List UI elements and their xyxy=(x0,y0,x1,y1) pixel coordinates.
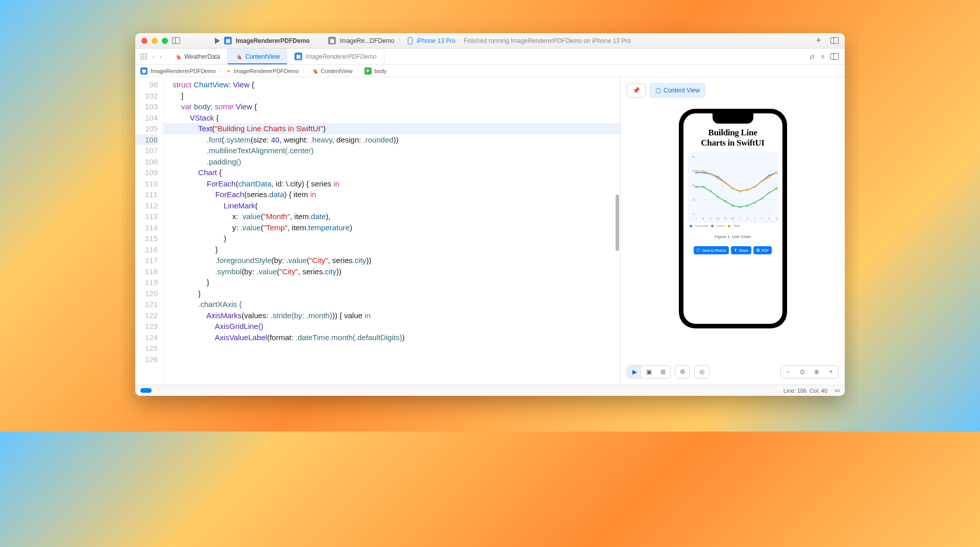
svg-point-52 xyxy=(739,191,741,192)
variants-icon[interactable]: ⊞ xyxy=(656,366,670,378)
pdf-button[interactable]: ▤ PDF xyxy=(753,246,772,254)
svg-text:10: 10 xyxy=(692,199,695,201)
svg-text:30: 30 xyxy=(692,170,695,173)
preview-mode-group[interactable]: ▶ ▣ ⊞ xyxy=(627,365,671,378)
build-status: Finished running ImageRendererPDFDemo on… xyxy=(463,37,631,44)
zoom-group[interactable]: − ⊙ ⊕ + xyxy=(780,365,839,378)
app-icon: ▣ xyxy=(224,37,232,44)
chart-title: Building LineCharts in SwiftUI xyxy=(688,128,778,148)
scrollbar-thumb[interactable] xyxy=(616,195,619,251)
chart-legend: Hong KongLondonTaipei xyxy=(688,223,778,228)
tab-weatherdata[interactable]: WeatherData xyxy=(167,49,228,64)
svg-point-37 xyxy=(717,196,719,198)
svg-point-41 xyxy=(746,205,748,206)
zoom-fit-icon[interactable]: ⊙ xyxy=(795,366,810,378)
run-button[interactable] xyxy=(215,38,220,44)
svg-point-50 xyxy=(724,182,726,183)
cursor-line: Line: 106 xyxy=(783,388,806,394)
app-name: ImageRendererPDFDemo xyxy=(236,37,310,44)
line-chart: 010203040789101112123456 xyxy=(688,152,778,223)
code-editor[interactable]: 9810210310410510610710810911011111211311… xyxy=(135,77,620,385)
live-icon[interactable]: ▶ xyxy=(627,366,642,378)
add-button[interactable]: + xyxy=(816,35,821,46)
close-button[interactable] xyxy=(141,38,148,44)
zoom-in-icon[interactable]: + xyxy=(824,366,838,378)
selectable-icon[interactable]: ▣ xyxy=(642,366,656,378)
file-tabs: ‹ › WeatherData ContentView ▣ ImageRende… xyxy=(135,49,845,65)
svg-text:8: 8 xyxy=(702,218,704,220)
svg-point-35 xyxy=(702,186,704,188)
split-editor-icon[interactable] xyxy=(830,53,839,60)
device-settings-button[interactable]: ⚙ xyxy=(675,365,690,378)
tab-project[interactable]: ▣ ImageRendererPDFDemo xyxy=(287,49,384,64)
svg-text:2: 2 xyxy=(746,218,748,220)
svg-point-55 xyxy=(761,180,763,182)
zoom-100-icon[interactable]: ⊕ xyxy=(810,366,824,378)
xcode-window: ▣ ImageRendererPDFDemo ▣ ImageRe...DFDem… xyxy=(135,33,845,396)
svg-point-42 xyxy=(753,202,755,204)
device-icon xyxy=(408,37,412,44)
svg-point-36 xyxy=(709,191,711,192)
minimize-button[interactable] xyxy=(152,38,158,44)
status-bar: Line: 106 Col: 40 ▭ xyxy=(135,385,845,396)
svg-text:1: 1 xyxy=(739,218,741,220)
minimap-icon[interactable]: ≡ xyxy=(821,53,824,60)
svg-text:5: 5 xyxy=(768,218,770,220)
svg-text:7: 7 xyxy=(695,218,697,220)
device-frame: Building LineCharts in SwiftUI 010203040… xyxy=(679,109,787,328)
swift-icon xyxy=(311,67,318,75)
pin-button[interactable]: 📌 xyxy=(627,83,646,98)
project-icon: ▣ xyxy=(140,67,148,75)
maximize-button[interactable] xyxy=(162,38,168,44)
device-screen: Building LineCharts in SwiftUI 010203040… xyxy=(683,113,782,324)
preview-selector[interactable]: ▢ Content View xyxy=(650,83,705,98)
nav-block: ‹ › xyxy=(135,49,167,64)
svg-point-56 xyxy=(768,176,770,178)
svg-text:3: 3 xyxy=(754,218,755,220)
svg-point-39 xyxy=(731,205,733,206)
svg-point-45 xyxy=(775,187,777,189)
zoom-out-icon[interactable]: − xyxy=(781,366,795,378)
action-buttons: ▢ Save to Photos ⬆ Share ▤ PDF xyxy=(688,246,778,254)
chart-caption: Figure 1. Line Chart xyxy=(688,234,778,239)
main-area: 9810210310410510610710810911011111211311… xyxy=(135,77,845,385)
preview-panel: 📌 ▢ Content View Building LineCharts in … xyxy=(620,77,845,385)
tab-contentview[interactable]: ContentView xyxy=(228,49,287,64)
svg-point-34 xyxy=(695,186,697,188)
svg-point-38 xyxy=(724,201,726,202)
console-icon[interactable]: ▭ xyxy=(835,387,840,394)
refresh-icon[interactable]: ⇄ xyxy=(810,53,815,60)
svg-text:6: 6 xyxy=(775,218,777,220)
nav-forward[interactable]: › xyxy=(160,53,162,60)
accessibility-button[interactable]: ◎ xyxy=(694,365,709,378)
svg-text:11: 11 xyxy=(724,218,727,220)
svg-point-40 xyxy=(739,206,741,208)
svg-text:40: 40 xyxy=(692,156,695,158)
svg-text:12: 12 xyxy=(731,218,734,220)
share-button[interactable]: ⬆ Share xyxy=(731,246,751,254)
swift-icon xyxy=(235,53,242,60)
preview-icon: ▢ xyxy=(655,87,661,94)
scheme-name[interactable]: ImageRe...DFDemo xyxy=(340,37,395,44)
code-area[interactable]: struct ChartView: View { ] var body: som… xyxy=(163,77,620,385)
svg-point-54 xyxy=(753,186,755,188)
svg-point-46 xyxy=(695,171,697,172)
debug-indicator[interactable] xyxy=(140,388,152,393)
inspector-toggle-icon[interactable] xyxy=(830,37,839,44)
chevron-right-icon: 〉 xyxy=(398,37,404,44)
svg-point-53 xyxy=(746,189,748,191)
nav-back[interactable]: ‹ xyxy=(153,53,155,60)
svg-point-51 xyxy=(731,187,733,189)
folder-icon: ▸ xyxy=(228,67,231,74)
svg-point-49 xyxy=(717,178,719,179)
save-photos-button[interactable]: ▢ Save to Photos xyxy=(694,246,729,254)
related-items-icon[interactable] xyxy=(140,53,148,60)
breadcrumbs[interactable]: ▣ ImageRendererPDFDemo〉 ▸ ImageRendererP… xyxy=(135,65,845,77)
sidebar-toggle-icon[interactable] xyxy=(172,37,180,44)
line-gutter: 9810210310410510610710810911011111211311… xyxy=(135,77,163,385)
svg-point-43 xyxy=(761,198,763,199)
preview-toolbar: ▶ ▣ ⊞ ⚙ ◎ − ⊙ ⊕ + xyxy=(627,365,839,378)
swift-icon xyxy=(174,53,181,60)
tab-actions: ⇄ ≡ xyxy=(803,49,845,64)
device-name[interactable]: iPhone 13 Pro xyxy=(416,37,455,44)
